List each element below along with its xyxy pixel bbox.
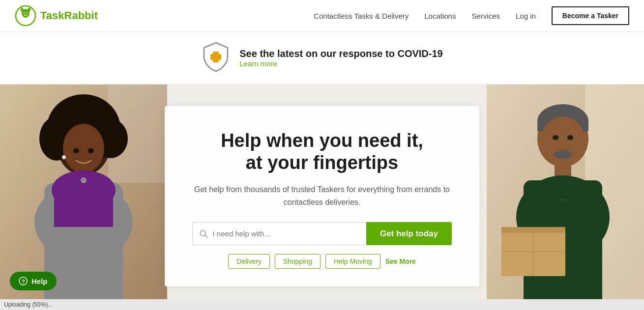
become-tasker-button[interactable]: Become a Tasker — [552, 6, 629, 25]
covid-text-block: See the latest on our response to COVID-… — [239, 48, 442, 68]
get-help-button[interactable]: Get help today — [366, 222, 452, 245]
see-more-link[interactable]: See More — [385, 257, 416, 265]
search-row: Get help today — [192, 222, 452, 245]
svg-point-4 — [24, 12, 25, 13]
svg-point-5 — [27, 12, 28, 13]
svg-point-30 — [554, 151, 572, 159]
hero-subtitle: Get help from thousands of trusted Taske… — [192, 183, 452, 208]
hero-content-card: Help when you need it, at your fingertip… — [165, 106, 479, 286]
help-bubble[interactable]: ? Help — [10, 272, 57, 290]
tag-help-moving[interactable]: Help Moving — [325, 254, 381, 269]
search-input-wrap — [192, 222, 366, 245]
search-icon — [200, 229, 208, 238]
status-bar: Uploading (55%)... — [0, 299, 644, 310]
svg-point-14 — [63, 124, 104, 173]
shield-icon — [201, 41, 231, 75]
nav-login[interactable]: Log in — [516, 12, 536, 20]
search-input[interactable] — [213, 223, 359, 245]
nav-services[interactable]: Services — [471, 12, 500, 20]
hero-section: Help when you need it, at your fingertip… — [0, 85, 644, 308]
svg-point-32 — [567, 135, 573, 140]
hero-right-person-bg — [487, 85, 644, 308]
hero-title: Help when you need it, at your fingertip… — [192, 130, 452, 174]
quick-tags-row: Delivery Shopping Help Moving See More — [192, 254, 452, 269]
help-bubble-label: Help — [31, 277, 48, 285]
svg-rect-7 — [210, 54, 221, 60]
tag-shopping[interactable]: Shopping — [275, 254, 321, 269]
covid-learn-more-link[interactable]: Learn more — [239, 59, 277, 68]
covid-heading: See the latest on our response to COVID-… — [239, 48, 442, 59]
svg-point-22 — [88, 148, 94, 153]
svg-point-21 — [73, 148, 79, 153]
nav-contactless-tasks[interactable]: Contactless Tasks & Delivery — [314, 12, 409, 20]
logo-text: TaskRabbit — [40, 9, 98, 22]
help-question-icon: ? — [19, 277, 28, 285]
covid-banner: See the latest on our response to COVID-… — [0, 32, 644, 85]
logo[interactable]: TaskRabbit — [15, 5, 98, 27]
svg-point-31 — [553, 135, 558, 140]
tag-delivery[interactable]: Delivery — [228, 254, 270, 269]
taskrabbit-logo-icon — [15, 5, 36, 27]
svg-rect-20 — [54, 188, 113, 227]
svg-point-36 — [561, 198, 564, 201]
main-nav: Contactless Tasks & Delivery Locations S… — [314, 6, 629, 25]
nav-locations[interactable]: Locations — [424, 12, 456, 20]
svg-text:?: ? — [22, 279, 25, 284]
svg-point-23 — [81, 178, 86, 183]
status-text: Uploading (55%)... — [4, 301, 53, 308]
header: TaskRabbit Contactless Tasks & Delivery … — [0, 0, 644, 32]
svg-point-16 — [62, 155, 66, 159]
man-illustration — [487, 85, 644, 308]
svg-line-42 — [205, 235, 207, 237]
